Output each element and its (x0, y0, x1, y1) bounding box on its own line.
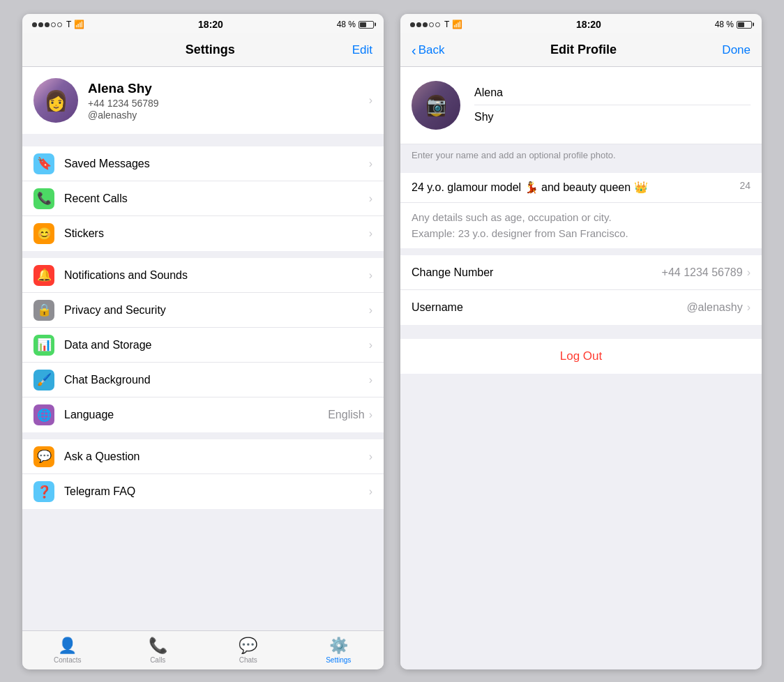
battery-pct-left: 48 % (337, 20, 356, 29)
data-storage-item[interactable]: 📊 Data and Storage › (22, 328, 384, 363)
stickers-item[interactable]: 😊 Stickers › (22, 216, 384, 251)
wifi-icon: 📶 (74, 20, 84, 29)
change-number-row[interactable]: Change Number +44 1234 56789 › (400, 255, 762, 290)
bio-placeholder-line2: Example: 23 y.o. designer from San Franc… (412, 226, 751, 242)
back-button[interactable]: ‹ Back (412, 43, 444, 57)
separator-bottom (22, 509, 384, 516)
change-number-value: +44 1234 56789 (523, 266, 743, 279)
notifications-label: Notifications and Sounds (64, 269, 369, 282)
ask-question-icon: 💬 (33, 446, 54, 467)
profile-header[interactable]: 👩 Alena Shy +44 1234 56789 @alenashy › (22, 67, 384, 134)
profile-info: Alena Shy +44 1234 56789 @alenashy (88, 81, 359, 121)
ask-question-item[interactable]: 💬 Ask a Question › (22, 439, 384, 474)
settings-section-1: 🔖 Saved Messages › 📞 Recent Calls › 😊 St… (22, 146, 384, 251)
language-label: Language (64, 409, 328, 421)
first-name-input[interactable] (474, 81, 751, 105)
faq-item[interactable]: ❓ Telegram FAQ › (22, 474, 384, 509)
settings-content: 👩 Alena Shy +44 1234 56789 @alenashy › 🔖… (22, 67, 384, 630)
tab-bar-left: 👤 Contacts 📞 Calls 💬 Chats ⚙️ Settings (22, 630, 384, 669)
stickers-chevron: › (369, 227, 372, 240)
last-name-input[interactable] (474, 105, 751, 129)
wifi-icon-right: 📶 (452, 20, 462, 29)
status-bar-left: T 📶 18:20 48 % (22, 14, 384, 33)
settings-nav-bar: Settings Edit (22, 33, 384, 67)
recent-calls-item[interactable]: 📞 Recent Calls › (22, 181, 384, 216)
back-label: Back (419, 43, 445, 57)
language-icon: 🌐 (33, 404, 54, 425)
name-hint: Enter your name and add an optional prof… (400, 144, 762, 166)
calls-tab-label: Calls (150, 656, 165, 664)
language-chevron: › (369, 409, 372, 421)
logout-label: Log Out (560, 349, 603, 363)
username-row[interactable]: Username @alenashy › (400, 290, 762, 325)
tab-contacts[interactable]: 👤 Contacts (22, 631, 113, 669)
dot-1 (32, 22, 37, 27)
signal-dots-right (410, 22, 440, 27)
rdot-4 (429, 22, 434, 27)
language-item[interactable]: 🌐 Language English › (22, 397, 384, 432)
ep-avatar[interactable]: 👩 📷 (412, 81, 460, 130)
battery-icon-right (737, 21, 752, 29)
back-arrow-icon: ‹ (412, 43, 416, 57)
chats-tab-icon: 💬 (239, 637, 257, 655)
username-value: @alenashy (523, 301, 743, 314)
avatar-name-section: 👩 📷 (400, 67, 762, 144)
status-right-right: 48 % (715, 20, 752, 29)
ep-empty-space (400, 374, 762, 457)
contacts-tab-label: Contacts (54, 656, 81, 664)
saved-messages-item[interactable]: 🔖 Saved Messages › (22, 146, 384, 181)
battery-fill-right (738, 22, 744, 27)
ep-name-fields (474, 81, 751, 130)
faq-chevron: › (369, 485, 372, 498)
camera-icon: 📷 (427, 96, 446, 114)
recent-calls-icon: 📞 (33, 188, 54, 209)
avatar-image: 👩 (33, 78, 78, 123)
rdot-3 (423, 22, 428, 27)
bio-section: 24 y.o. glamour model 💃 and beauty queen… (400, 173, 762, 248)
separator-2 (22, 251, 384, 258)
settings-edit-button[interactable]: Edit (352, 43, 372, 57)
notifications-item[interactable]: 🔔 Notifications and Sounds › (22, 258, 384, 293)
privacy-chevron: › (369, 304, 372, 317)
calls-tab-icon: 📞 (149, 637, 167, 655)
ep-avatar-camera-overlay: 📷 (412, 81, 460, 130)
stickers-label: Stickers (64, 227, 369, 240)
logout-section[interactable]: Log Out (400, 339, 762, 374)
carrier-right: T (444, 20, 449, 29)
dot-2 (38, 22, 43, 27)
bio-counter-row: 24 y.o. glamour model 💃 and beauty queen… (400, 173, 762, 202)
avatar: 👩 (33, 78, 78, 123)
tab-settings[interactable]: ⚙️ Settings (294, 631, 384, 669)
carrier: T (66, 20, 71, 29)
change-number-label: Change Number (412, 266, 523, 279)
tab-calls[interactable]: 📞 Calls (113, 631, 204, 669)
edit-profile-nav-bar: ‹ Back Edit Profile Done (400, 33, 762, 67)
settings-screen: T 📶 18:20 48 % Settings Edit 👩 (22, 14, 384, 669)
data-storage-icon: 📊 (33, 335, 54, 356)
settings-tab-label: Settings (326, 656, 351, 664)
status-time-right: 18:20 (576, 19, 601, 30)
bio-placeholder-section: Any details such as age, occupation or c… (400, 202, 762, 248)
settings-section-2: 🔔 Notifications and Sounds › 🔒 Privacy a… (22, 258, 384, 432)
battery-pct-right: 48 % (715, 20, 734, 29)
settings-tab-icon: ⚙️ (329, 637, 348, 655)
privacy-item[interactable]: 🔒 Privacy and Security › (22, 293, 384, 328)
ep-gap-1 (400, 166, 762, 173)
bio-placeholder-line1: Any details such as age, occupation or c… (412, 210, 751, 226)
chat-background-item[interactable]: 🖌️ Chat Background › (22, 363, 384, 397)
rdot-2 (416, 22, 421, 27)
privacy-label: Privacy and Security (64, 304, 369, 317)
saved-messages-label: Saved Messages (64, 158, 369, 170)
status-time-left: 18:20 (198, 19, 223, 30)
done-button[interactable]: Done (722, 43, 751, 57)
stickers-icon: 😊 (33, 223, 54, 244)
ask-question-chevron: › (369, 450, 372, 463)
change-number-chevron: › (747, 266, 751, 279)
tab-chats[interactable]: 💬 Chats (203, 631, 294, 669)
privacy-icon: 🔒 (33, 300, 54, 321)
settings-section-3: 💬 Ask a Question › ❓ Telegram FAQ › (22, 439, 384, 509)
rdot-1 (410, 22, 415, 27)
language-value: English (328, 409, 364, 421)
chats-tab-label: Chats (239, 656, 257, 664)
chat-background-icon: 🖌️ (33, 370, 54, 391)
